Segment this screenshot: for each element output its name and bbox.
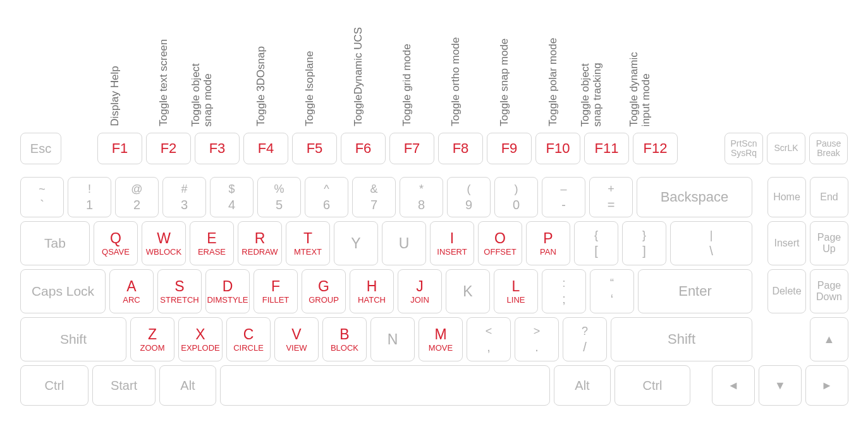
key-d[interactable]: DDIMSTYLE <box>205 269 250 313</box>
f11-label-line2: snap tracking <box>591 63 603 126</box>
key-period[interactable]: >. <box>515 317 559 361</box>
key-f[interactable]: FFILLET <box>254 269 298 313</box>
key-8[interactable]: *8 <box>400 177 443 217</box>
key-r[interactable]: RREDRAW <box>238 221 282 265</box>
key-space[interactable] <box>220 365 550 406</box>
bottom-row: Ctrl Start Alt Alt Ctrl ◄ ▼ ► <box>20 365 848 406</box>
key-y[interactable]: Y <box>334 221 378 265</box>
key-f4[interactable]: F4 <box>243 133 288 164</box>
key-f9[interactable]: F9 <box>487 133 532 164</box>
key-z[interactable]: ZZOOM <box>130 317 174 361</box>
prtscn-top: PrtScn <box>730 139 757 148</box>
f3-label-line1: Toggle object <box>190 63 202 126</box>
key-f3[interactable]: F3 <box>195 133 240 164</box>
key-h[interactable]: HHATCH <box>350 269 394 313</box>
key-9[interactable]: (9 <box>447 177 491 217</box>
key-scrlk[interactable]: ScrLK <box>767 133 805 164</box>
key-arrow-down[interactable]: ▼ <box>759 365 802 406</box>
key-c[interactable]: CCIRCLE <box>226 317 271 361</box>
key-f5[interactable]: F5 <box>292 133 337 164</box>
key-arrow-left[interactable]: ◄ <box>712 365 755 406</box>
key-esc[interactable]: Esc <box>20 133 61 164</box>
key-arrow-right[interactable]: ► <box>805 365 848 406</box>
key-g[interactable]: GGROUP <box>302 269 346 313</box>
key-right-bracket[interactable]: }] <box>622 221 666 265</box>
key-s[interactable]: SSTRETCH <box>157 269 202 313</box>
key-e[interactable]: EERASE <box>190 221 234 265</box>
key-u[interactable]: U <box>382 221 426 265</box>
zxcv-row: Shift ZZOOM XEXPLODE CCIRCLE VVIEW BBLOC… <box>20 317 848 361</box>
key-2[interactable]: @2 <box>115 177 159 217</box>
key-4[interactable]: $4 <box>210 177 254 217</box>
key-f6[interactable]: F6 <box>341 133 386 164</box>
key-q[interactable]: QQSAVE <box>94 221 138 265</box>
key-o[interactable]: OOFFSET <box>478 221 522 265</box>
key-tab[interactable]: Tab <box>20 221 90 265</box>
key-f8[interactable]: F8 <box>438 133 483 164</box>
key-w[interactable]: WWBLOCK <box>142 221 186 265</box>
key-p[interactable]: PPAN <box>526 221 570 265</box>
key-right-ctrl[interactable]: Ctrl <box>614 365 690 406</box>
key-insert[interactable]: Insert <box>767 221 806 265</box>
key-5[interactable]: %5 <box>257 177 301 217</box>
key-left-ctrl[interactable]: Ctrl <box>20 365 89 406</box>
key-delete[interactable]: Delete <box>767 269 806 313</box>
tilde-top: ~ <box>39 183 46 195</box>
f6-label: ToggleDynamic UCS <box>353 27 365 126</box>
key-start[interactable]: Start <box>92 365 156 406</box>
key-pageup[interactable]: PageUp <box>810 221 848 265</box>
key-backslash[interactable]: |\ <box>670 221 752 265</box>
key-right-shift[interactable]: Shift <box>611 317 752 361</box>
key-f1[interactable]: F1 <box>97 133 142 164</box>
key-f12[interactable]: F12 <box>633 133 678 164</box>
key-backspace[interactable]: Backspace <box>637 177 752 217</box>
key-tilde[interactable]: ~ ` <box>20 177 64 217</box>
f12-label-line2: input mode <box>640 73 652 126</box>
key-home[interactable]: Home <box>767 177 806 217</box>
f9-label: Toggle snap mode <box>499 39 511 126</box>
key-j[interactable]: JJOIN <box>398 269 442 313</box>
key-left-alt[interactable]: Alt <box>159 365 216 406</box>
pause-top: Pause <box>816 139 841 148</box>
key-enter[interactable]: Enter <box>638 269 752 313</box>
f12-label: Toggle dynamic input mode <box>628 52 652 126</box>
key-a[interactable]: AARC <box>109 269 154 313</box>
key-end[interactable]: End <box>810 177 848 217</box>
key-f11[interactable]: F11 <box>584 133 629 164</box>
arrow-right-icon: ► <box>821 379 833 392</box>
key-0[interactable]: )0 <box>494 177 538 217</box>
key-7[interactable]: &7 <box>352 177 396 217</box>
key-i[interactable]: IINSERT <box>430 221 474 265</box>
key-pagedown[interactable]: PageDown <box>810 269 848 313</box>
key-b[interactable]: BBLOCK <box>322 317 367 361</box>
key-t[interactable]: TMTEXT <box>286 221 330 265</box>
key-right-alt[interactable]: Alt <box>554 365 611 406</box>
key-equals[interactable]: += <box>589 177 633 217</box>
key-comma[interactable]: <, <box>467 317 511 361</box>
key-prtscn[interactable]: PrtScn SysRq <box>724 133 763 164</box>
key-3[interactable]: #3 <box>162 177 206 217</box>
key-6[interactable]: ^6 <box>305 177 348 217</box>
key-minus[interactable]: –- <box>542 177 585 217</box>
key-k[interactable]: K <box>446 269 490 313</box>
f10-label: Toggle polar mode <box>547 38 559 126</box>
key-slash[interactable]: ?/ <box>563 317 607 361</box>
f12-label-line1: Toggle dynamic <box>628 52 640 126</box>
key-f10[interactable]: F10 <box>535 133 580 164</box>
key-f2[interactable]: F2 <box>146 133 191 164</box>
key-v[interactable]: VVIEW <box>274 317 319 361</box>
key-quote[interactable]: “‘ <box>590 269 634 313</box>
key-semicolon[interactable]: :; <box>542 269 586 313</box>
key-m[interactable]: MMOVE <box>419 317 463 361</box>
key-arrow-up[interactable]: ▲ <box>810 317 848 361</box>
key-f7[interactable]: F7 <box>389 133 434 164</box>
key-capslock[interactable]: Caps Lock <box>20 269 106 313</box>
key-left-shift[interactable]: Shift <box>20 317 126 361</box>
key-x[interactable]: XEXPLODE <box>178 317 223 361</box>
key-pause[interactable]: Pause Break <box>809 133 848 164</box>
key-left-bracket[interactable]: {[ <box>574 221 618 265</box>
f4-label: Toggle 3DOsnap <box>255 46 267 126</box>
key-l[interactable]: LLINE <box>494 269 538 313</box>
key-1[interactable]: !1 <box>68 177 111 217</box>
key-n[interactable]: N <box>370 317 415 361</box>
